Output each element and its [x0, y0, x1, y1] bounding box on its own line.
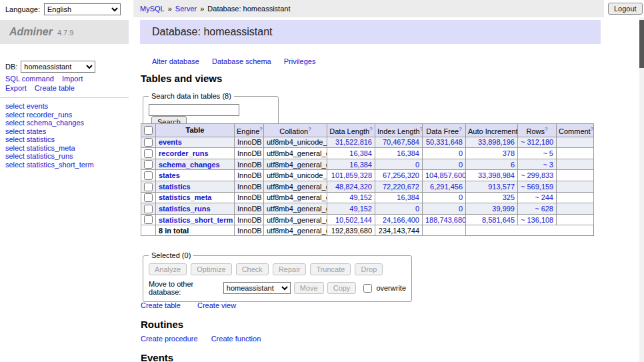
overwrite-checkbox[interactable]: [363, 284, 372, 293]
export-link[interactable]: Export: [5, 84, 27, 92]
sidebar-table-link[interactable]: statistics_runs: [27, 152, 73, 160]
rows-link[interactable]: ~ 244: [535, 193, 553, 201]
table-name-link[interactable]: statistics_meta: [159, 193, 212, 201]
help-link[interactable]: ?: [591, 126, 593, 132]
copy-button[interactable]: Copy: [327, 282, 357, 294]
data-length-link[interactable]: 16,384: [349, 149, 372, 157]
row-checkbox[interactable]: [144, 138, 153, 147]
help-link[interactable]: ?: [369, 126, 372, 132]
sidebar-table-link[interactable]: events: [27, 102, 48, 110]
analyze-button[interactable]: Analyze: [149, 263, 187, 275]
sidebar-select-link[interactable]: select: [5, 161, 25, 169]
sidebar-table-link[interactable]: states: [27, 127, 46, 135]
sidebar-table-link[interactable]: schema_changes: [27, 119, 84, 127]
create-procedure-link[interactable]: Create procedure: [141, 335, 198, 343]
data-length-link[interactable]: 10,502,144: [335, 216, 372, 224]
row-checkbox[interactable]: [144, 193, 153, 202]
help-link[interactable]: ?: [545, 126, 547, 132]
adminer-logo-link[interactable]: Adminer: [9, 26, 53, 38]
table-name-link[interactable]: states: [159, 171, 180, 179]
table-name-link[interactable]: statistics_short_term: [159, 216, 233, 224]
index-length-link[interactable]: 72,220,672: [383, 183, 419, 191]
index-length-link[interactable]: 16,384: [397, 149, 419, 157]
sidebar-select-link[interactable]: select: [5, 111, 25, 119]
scrollbar-thumb[interactable]: [639, 20, 644, 68]
data-length-link[interactable]: 101,859,328: [331, 171, 372, 179]
rows-link[interactable]: ~ 299,833: [521, 171, 553, 179]
auto-increment-link[interactable]: 33,398,984: [478, 171, 515, 179]
index-length-link[interactable]: 70,467,584: [383, 138, 419, 146]
sidebar-select-link[interactable]: select: [5, 102, 25, 110]
auto-increment-link[interactable]: 39,999: [492, 205, 515, 213]
row-checkbox[interactable]: [144, 160, 153, 169]
data-length-link[interactable]: 49,152: [349, 193, 372, 201]
row-checkbox[interactable]: [144, 149, 153, 158]
search-input[interactable]: [149, 104, 239, 116]
drop-button[interactable]: Drop: [355, 263, 383, 275]
data-free-link[interactable]: 6,291,456: [430, 183, 463, 191]
data-free-link[interactable]: 0: [459, 205, 463, 213]
select-all-checkbox[interactable]: [144, 126, 153, 135]
move-db-select[interactable]: homeassistant: [223, 282, 291, 294]
sql-command-link[interactable]: SQL command: [5, 75, 54, 83]
data-free-link[interactable]: 50,331,648: [426, 138, 463, 146]
import-link[interactable]: Import: [62, 75, 83, 83]
table-name-link[interactable]: schema_changes: [159, 161, 220, 169]
sidebar-select-link[interactable]: select: [5, 119, 25, 127]
rows-link[interactable]: ~ 5: [543, 149, 553, 157]
breadcrumb-mysql-link[interactable]: MySQL: [140, 5, 165, 13]
table-name-link[interactable]: statistics: [159, 183, 191, 191]
optimize-button[interactable]: Optimize: [191, 263, 231, 275]
rows-link[interactable]: ~ 628: [535, 205, 553, 213]
help-link[interactable]: ?: [420, 126, 423, 132]
sidebar-select-link[interactable]: select: [5, 152, 25, 160]
sidebar-select-link[interactable]: select: [5, 144, 25, 152]
privileges-link[interactable]: Privileges: [284, 57, 316, 65]
alter-database-link[interactable]: Alter database: [152, 57, 199, 65]
table-name-link[interactable]: statistics_runs: [159, 205, 211, 213]
sidebar-select-link[interactable]: select: [5, 127, 25, 135]
rows-link[interactable]: ~ 569,159: [521, 183, 553, 191]
rows-link[interactable]: ~ 312,180: [521, 138, 553, 146]
row-checkbox[interactable]: [144, 171, 153, 180]
language-select[interactable]: English: [44, 3, 121, 15]
sidebar-select-link[interactable]: select: [5, 135, 25, 143]
move-button[interactable]: Move: [294, 282, 324, 294]
help-link[interactable]: ?: [459, 126, 461, 132]
create-view-link[interactable]: Create view: [197, 301, 236, 309]
row-checkbox[interactable]: [144, 205, 153, 213]
auto-increment-link[interactable]: 325: [503, 193, 515, 201]
row-checkbox[interactable]: [144, 215, 153, 224]
create-table-link-sidebar[interactable]: Create table: [35, 84, 75, 92]
repair-button[interactable]: Repair: [273, 263, 306, 275]
index-length-link[interactable]: 0: [415, 161, 419, 169]
data-free-link[interactable]: 0: [459, 193, 463, 201]
row-checkbox[interactable]: [144, 183, 153, 191]
table-name-link[interactable]: events: [159, 138, 182, 146]
db-select[interactable]: homeassistant: [21, 61, 95, 73]
help-link[interactable]: ?: [259, 126, 262, 132]
sidebar-table-link[interactable]: statistics_short_term: [27, 161, 94, 169]
data-free-link[interactable]: 104,857,600: [425, 171, 466, 179]
auto-increment-link[interactable]: 8,581,645: [482, 216, 515, 224]
data-free-link[interactable]: 0: [459, 149, 463, 157]
breadcrumb-server-link[interactable]: Server: [175, 5, 197, 13]
sidebar-table-link[interactable]: recorder_runs: [27, 111, 72, 119]
rows-link[interactable]: ~ 136,108: [521, 216, 553, 224]
data-length-link[interactable]: 49,152: [349, 205, 372, 213]
sidebar-table-link[interactable]: statistics_meta: [27, 144, 75, 152]
scrollbar-track[interactable]: [639, 17, 644, 362]
rows-link[interactable]: ~ 3: [543, 161, 553, 169]
table-name-link[interactable]: recorder_runs: [159, 149, 209, 157]
index-length-link[interactable]: 0: [415, 205, 419, 213]
index-length-link[interactable]: 67,256,320: [383, 171, 419, 179]
data-free-link[interactable]: 188,743,680: [425, 216, 466, 224]
create-table-link[interactable]: Create table: [141, 301, 181, 309]
auto-increment-link[interactable]: 913,577: [488, 183, 515, 191]
data-length-link[interactable]: 16,384: [349, 161, 372, 169]
help-link[interactable]: ?: [308, 126, 311, 132]
data-length-link[interactable]: 31,522,816: [335, 138, 372, 146]
data-free-link[interactable]: 0: [459, 161, 463, 169]
index-length-link[interactable]: 24,166,400: [383, 216, 419, 224]
database-schema-link[interactable]: Database schema: [212, 57, 271, 65]
